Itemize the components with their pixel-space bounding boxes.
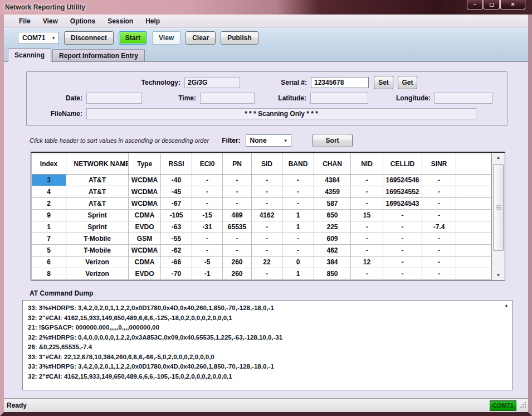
table-cell[interactable]: - — [192, 175, 223, 186]
table-row[interactable]: 8VerizonEVDO-70-1260-1850--- — [32, 268, 491, 280]
table-cell[interactable]: - — [422, 175, 456, 186]
table-cell[interactable]: T-Mobile — [66, 233, 129, 245]
table-cell[interactable]: - — [192, 198, 223, 210]
table-cell[interactable]: 169524546 — [383, 175, 422, 186]
table-cell[interactable]: 9 — [32, 210, 66, 221]
table-cell[interactable]: -40 — [161, 175, 192, 186]
sort-button[interactable]: Sort — [313, 134, 353, 147]
table-cell[interactable]: WCDMA — [129, 245, 161, 257]
view-button[interactable]: View — [152, 31, 180, 45]
table-cell[interactable]: - — [223, 186, 252, 198]
table-cell[interactable]: 260 — [223, 268, 252, 280]
table-cell[interactable]: 4 — [32, 186, 66, 198]
table-cell[interactable]: 1 — [282, 221, 314, 233]
table-cell[interactable]: - — [422, 257, 456, 268]
table-cell[interactable]: 3 — [32, 175, 66, 186]
menu-item-help[interactable]: Help — [139, 16, 166, 27]
set-button[interactable]: Set — [374, 76, 393, 89]
column-header-network-name[interactable]: NETWORK NAME▲ — [66, 153, 129, 175]
table-cell[interactable]: WCDMA — [129, 186, 161, 198]
table-cell[interactable]: - — [252, 175, 282, 186]
table-cell[interactable]: - — [351, 245, 383, 257]
table-row[interactable]: 1SprintEVDO-63-3165535-1225---7.4 — [32, 221, 491, 233]
table-cell[interactable]: CDMA — [129, 257, 161, 268]
table-cell[interactable]: - — [252, 221, 282, 233]
resize-grip[interactable] — [520, 402, 526, 409]
table-cell[interactable]: - — [252, 198, 282, 210]
table-cell[interactable]: - — [282, 245, 314, 257]
longitude-field[interactable] — [435, 93, 492, 104]
table-cell[interactable]: EVDO — [129, 221, 161, 233]
table-cell[interactable]: WCDMA — [129, 175, 161, 186]
table-cell[interactable]: - — [223, 245, 252, 257]
table-cell[interactable]: - — [223, 233, 252, 245]
table-cell[interactable]: 6 — [32, 257, 66, 268]
menu-item-file[interactable]: File — [13, 16, 37, 27]
table-cell[interactable]: 1 — [282, 210, 314, 221]
table-cell[interactable]: 650 — [314, 210, 351, 221]
table-cell[interactable]: - — [383, 221, 422, 233]
table-cell[interactable]: 22 — [252, 257, 282, 268]
table-cell[interactable]: - — [282, 198, 314, 210]
technology-field[interactable] — [184, 77, 240, 88]
table-cell[interactable]: Sprint — [66, 210, 129, 221]
table-cell[interactable]: -15 — [192, 210, 223, 221]
table-cell[interactable]: EVDO — [129, 268, 161, 280]
clear-button[interactable]: Clear — [186, 31, 216, 45]
table-row[interactable]: 9SprintCDMA-105-154894162165015-- — [32, 210, 491, 221]
table-cell[interactable]: 5 — [32, 245, 66, 257]
table-cell[interactable]: - — [383, 245, 422, 257]
table-cell[interactable]: 0 — [282, 257, 314, 268]
column-header-index[interactable]: Index — [32, 153, 66, 175]
table-cell[interactable]: - — [282, 186, 314, 198]
table-cell[interactable]: 489 — [223, 210, 252, 221]
table-cell[interactable]: -62 — [161, 245, 192, 257]
filename-field[interactable] — [86, 108, 476, 119]
table-cell[interactable]: - — [422, 233, 456, 245]
table-cell[interactable]: 2 — [32, 198, 66, 210]
column-header-nid[interactable]: NID — [351, 153, 383, 175]
column-header-cellid[interactable]: CELLID — [383, 153, 422, 175]
scroll-up-button[interactable]: ▲ — [492, 153, 505, 162]
serial-field[interactable] — [311, 77, 369, 88]
table-cell[interactable]: - — [282, 233, 314, 245]
table-row[interactable]: 2AT&TWCDMA-67----587-169524543- — [32, 198, 491, 210]
table-cell[interactable]: 609 — [314, 233, 351, 245]
table-row[interactable]: 3AT&TWCDMA-40----4384-169524546- — [32, 175, 491, 186]
table-cell[interactable]: 850 — [314, 268, 351, 280]
tab-scanning[interactable]: Scanning — [8, 49, 51, 62]
table-cell[interactable]: - — [422, 210, 456, 221]
table-cell[interactable]: AT&T — [66, 198, 129, 210]
table-row[interactable]: 6VerizonCDMA-66-526022038412-- — [32, 257, 491, 268]
menu-item-options[interactable]: Options — [64, 16, 101, 27]
column-header-band[interactable]: BAND — [282, 153, 314, 175]
table-vertical-scrollbar[interactable]: ▲ ▼ — [491, 153, 505, 280]
table-cell[interactable]: - — [351, 175, 383, 186]
latitude-field[interactable] — [310, 93, 368, 104]
table-cell[interactable]: - — [192, 233, 223, 245]
table-cell[interactable]: 260 — [223, 257, 252, 268]
table-row[interactable]: 7T-MobileGSM-55----609--- — [32, 233, 491, 245]
table-cell[interactable]: - — [223, 175, 252, 186]
table-cell[interactable]: 4359 — [314, 186, 351, 198]
table-cell[interactable]: T-Mobile — [66, 245, 129, 257]
table-cell[interactable]: -55 — [161, 233, 192, 245]
table-cell[interactable]: - — [282, 175, 314, 186]
table-cell[interactable]: - — [252, 245, 282, 257]
table-cell[interactable]: - — [351, 186, 383, 198]
column-header-rssi[interactable]: RSSI — [161, 153, 192, 175]
column-header-eci0[interactable]: ECI0 — [192, 153, 223, 175]
table-cell[interactable]: - — [252, 268, 282, 280]
table-row[interactable]: 4AT&TWCDMA-45----4359-169524552- — [32, 186, 491, 198]
table-cell[interactable]: -70 — [161, 268, 192, 280]
table-cell[interactable]: - — [422, 186, 456, 198]
table-cell[interactable]: - — [383, 233, 422, 245]
table-cell[interactable]: 1 — [282, 268, 314, 280]
table-cell[interactable]: - — [383, 210, 422, 221]
table-cell[interactable]: - — [351, 198, 383, 210]
table-cell[interactable]: - — [383, 257, 422, 268]
scrollbar-thumb[interactable] — [493, 164, 504, 251]
table-cell[interactable]: - — [223, 198, 252, 210]
table-cell[interactable]: - — [252, 186, 282, 198]
start-button[interactable]: Start — [119, 31, 147, 45]
